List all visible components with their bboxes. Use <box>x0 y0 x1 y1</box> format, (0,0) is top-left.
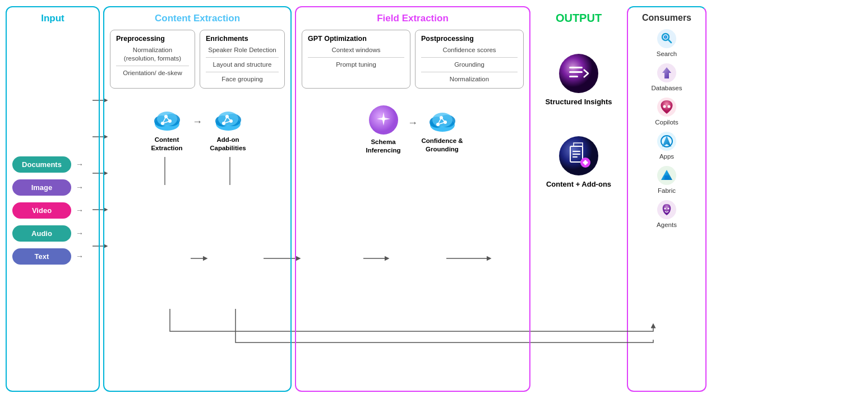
addon-capabilities-icon <box>211 104 245 133</box>
input-item-text: Text → <box>12 248 93 265</box>
agents-consumer-icon <box>657 200 677 220</box>
fe-icon-2-label: Confidence & Grounding <box>421 137 463 154</box>
svg-rect-64 <box>664 175 669 180</box>
preprocessing-box: Preprocessing Normalization (resolution,… <box>110 30 195 89</box>
image-arrow: → <box>76 183 84 192</box>
ce-icon-2-label: Add-on Capabilities <box>207 136 249 152</box>
svg-point-22 <box>218 112 238 126</box>
copilots-label: Copilots <box>655 119 678 126</box>
svg-point-67 <box>668 208 670 210</box>
postprocessing-title: Postprocessing <box>421 35 518 43</box>
content-addons-label: Content + Add-ons <box>546 180 611 189</box>
fabric-label: Fabric <box>658 187 676 194</box>
video-arrow: → <box>76 206 84 215</box>
enrichments-divider-0 <box>206 57 279 58</box>
preprocessing-divider <box>116 66 189 66</box>
input-item-audio: Audio → <box>12 225 93 242</box>
preprocessing-item-1: Orientation/ de-skew <box>116 69 189 77</box>
svg-rect-43 <box>569 71 583 73</box>
output-panel: OUTPUT <box>534 6 624 392</box>
field-extraction-title: Field Extraction <box>302 13 524 24</box>
consumer-agents: Agents <box>632 200 701 228</box>
consumer-search: Search <box>632 29 701 57</box>
gpt-divider <box>308 57 404 58</box>
preprocessing-item-0: Normalization (resolution, formats) <box>116 46 189 63</box>
output-title: OUTPUT <box>539 12 618 25</box>
input-item-video: Video → <box>12 202 93 219</box>
apps-label: Apps <box>659 153 674 160</box>
output-structured-insights: Structured Insights <box>545 53 612 107</box>
ce-line-1 <box>164 157 165 185</box>
input-title: Input <box>12 13 93 24</box>
input-item-image: Image → <box>12 179 93 196</box>
confidence-grounding-icon <box>426 105 459 135</box>
audio-arrow: → <box>76 229 84 238</box>
svg-point-12 <box>157 112 177 126</box>
ce-icon-1-label: Content Extraction <box>146 136 188 152</box>
svg-point-66 <box>664 208 666 210</box>
enrichments-item-2: Face grouping <box>206 75 279 84</box>
structured-insights-label: Structured Insights <box>545 98 612 107</box>
databases-consumer-icon <box>657 63 677 83</box>
enrichments-box: Enrichments Speaker Role Detection Layou… <box>200 30 285 89</box>
svg-rect-42 <box>569 67 583 68</box>
fe-icon-1-label: Schema Inferencing <box>362 138 404 155</box>
main-diagram: Input Documents → Image → Video → Audio … <box>6 6 862 392</box>
ce-top-boxes: Preprocessing Normalization (resolution,… <box>110 30 285 89</box>
svg-rect-48 <box>572 154 580 155</box>
preprocessing-title: Preprocessing <box>116 35 189 43</box>
ce-flow-arrow: → <box>192 116 202 128</box>
gpt-optimization-title: GPT Optimization <box>308 35 404 43</box>
fabric-consumer-icon <box>657 165 677 186</box>
ce-line-2 <box>229 157 230 185</box>
postprocessing-item-2: Normalization <box>421 75 518 84</box>
image-badge: Image <box>12 179 71 196</box>
svg-point-41 <box>559 54 598 93</box>
gpt-optimization-box: GPT Optimization Context windows Prompt … <box>302 30 410 89</box>
input-items-list: Documents → Image → Video → Audio → Text… <box>12 35 93 385</box>
svg-point-56 <box>664 35 667 39</box>
text-badge: Text <box>12 248 71 265</box>
postprocessing-divider-1 <box>421 72 518 72</box>
postprocessing-item-1: Grounding <box>421 61 518 69</box>
text-arrow: → <box>76 252 84 261</box>
content-extraction-title: Content Extraction <box>110 13 285 24</box>
input-panel: Input Documents → Image → Video → Audio … <box>6 6 100 392</box>
ce-icon-block-2: Add-on Capabilities <box>207 104 249 152</box>
documents-badge: Documents <box>12 156 71 173</box>
postprocessing-divider-0 <box>421 57 518 58</box>
ce-icon-block-1: Content Extraction <box>146 104 188 152</box>
content-extraction-icon <box>150 104 184 133</box>
fe-icon-block-2: Confidence & Grounding <box>421 105 463 154</box>
ce-bottom-lines <box>110 157 285 185</box>
enrichments-title: Enrichments <box>206 35 279 43</box>
fe-icon-block-1: Schema Inferencing <box>362 104 404 155</box>
svg-point-45 <box>559 136 598 175</box>
svg-rect-52 <box>583 161 588 164</box>
enrichments-item-1: Layout and structure <box>206 61 279 69</box>
copilots-consumer-icon <box>657 97 677 117</box>
svg-point-53 <box>657 29 676 48</box>
svg-rect-44 <box>569 76 578 77</box>
output-items-list: Structured Insights <box>539 53 618 189</box>
content-extraction-panel: Content Extraction Preprocessing Normali… <box>103 6 292 392</box>
search-label: Search <box>657 50 677 57</box>
enrichments-item-0: Speaker Role Detection <box>206 46 279 54</box>
svg-rect-47 <box>572 151 580 152</box>
consumer-fabric: Fabric <box>632 165 701 194</box>
svg-rect-49 <box>572 156 578 158</box>
fe-flow-arrow: → <box>408 117 418 129</box>
svg-point-60 <box>668 105 671 108</box>
documents-arrow: → <box>76 160 84 169</box>
consumer-databases: Databases <box>632 63 701 91</box>
content-addons-icon <box>558 135 599 177</box>
gpt-item-0: Context windows <box>308 46 404 54</box>
video-badge: Video <box>12 202 71 219</box>
consumers-panel: Consumers Search <box>627 6 707 392</box>
audio-badge: Audio <box>12 225 71 242</box>
svg-point-59 <box>663 105 666 108</box>
schema-inferencing-icon <box>367 104 400 136</box>
input-item-documents: Documents → <box>12 156 93 173</box>
consumers-title: Consumers <box>632 13 701 23</box>
svg-point-30 <box>382 117 385 121</box>
